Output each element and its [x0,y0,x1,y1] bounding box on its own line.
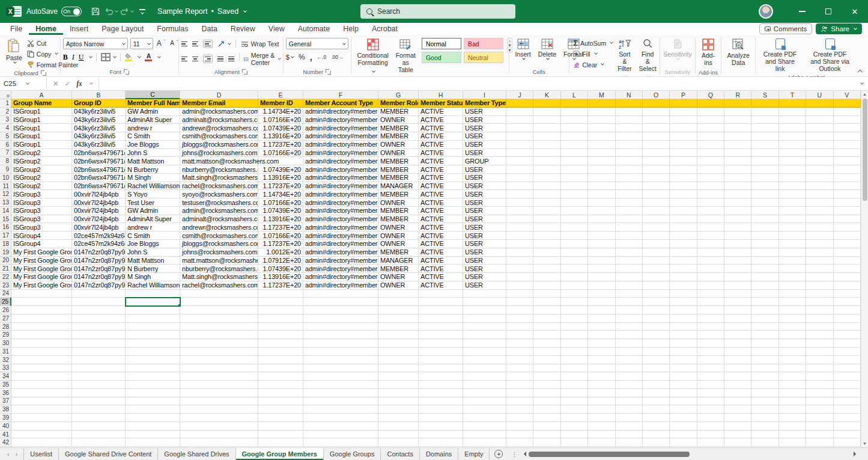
cell-A40[interactable] [11,422,72,431]
cell-O9[interactable] [643,165,670,174]
cell-C37[interactable] [126,397,180,406]
fill-button[interactable]: Fill [572,49,614,59]
cell-D12[interactable]: syoyo@rocksmashers.com [180,190,258,198]
row-header-12[interactable]: 12 [0,190,11,198]
cell-T18[interactable] [779,240,806,248]
row-header-36[interactable]: 36 [0,389,11,397]
cell-M13[interactable] [588,198,615,207]
cell-U10[interactable] [806,174,833,182]
cell-M25[interactable] [588,298,615,306]
cell-M15[interactable] [588,215,615,224]
cell-U29[interactable] [806,331,833,339]
cell-B13[interactable]: 00xvir7l24jb4pb [72,198,126,207]
cell-E3[interactable]: 1.07166E+20 [258,116,303,124]
cell-H25[interactable] [419,298,463,306]
cell-O8[interactable] [643,157,670,165]
cell-O12[interactable] [643,190,670,198]
cell-I17[interactable]: USER [463,232,506,240]
cell-R11[interactable] [724,182,751,191]
cell-K19[interactable] [533,248,560,257]
cell-J26[interactable] [506,306,533,314]
cell-S28[interactable] [751,323,778,331]
cell-Q24[interactable] [697,290,724,298]
sheet-tab-domains[interactable]: Domains [420,448,458,460]
cell-D39[interactable] [180,414,258,422]
cell-P25[interactable] [670,298,697,306]
column-header-N[interactable]: N [616,91,643,99]
cell-U2[interactable] [806,108,833,116]
cell-H10[interactable]: ACTIVE [419,174,463,182]
cell-T25[interactable] [779,298,806,306]
cell-L26[interactable] [561,306,588,314]
cell-I2[interactable]: USER [463,108,506,116]
cell-D28[interactable] [180,323,258,331]
cell-J22[interactable] [506,273,533,281]
ribbon-tab-review[interactable]: Review [224,23,262,35]
cell-S34[interactable] [751,372,778,381]
cell-M36[interactable] [588,389,615,397]
ribbon-tab-formulas[interactable]: Formulas [150,23,195,35]
cell-G10[interactable]: MEMBER [378,174,419,182]
cell-O42[interactable] [643,438,670,447]
cell-H14[interactable]: ACTIVE [419,207,463,215]
cell-M28[interactable] [588,323,615,331]
cell-Q33[interactable] [697,364,724,373]
cell-C25[interactable] [126,298,180,306]
cell-D3[interactable]: adminalt@rocksmashers.com [180,116,258,124]
cell-D14[interactable]: admin@rocksmashers.com [180,207,258,215]
cell-A29[interactable] [11,331,72,339]
cell-Q3[interactable] [697,116,724,124]
cell-F8[interactable]: admin#directory#member [303,157,378,165]
cell-A19[interactable]: My First Google Group [11,248,72,257]
sheet-tab-userlist[interactable]: Userlist [23,448,59,460]
cell-K7[interactable] [533,149,560,158]
cell-S35[interactable] [751,381,778,389]
cell-P1[interactable] [670,99,697,108]
cell-style-neutral[interactable]: Neutral [464,52,503,63]
cell-M3[interactable] [588,116,615,124]
cell-R29[interactable] [724,331,751,339]
cell-R33[interactable] [724,364,751,373]
cell-L16[interactable] [561,223,588,232]
cell-B26[interactable] [72,306,126,314]
select-all-corner[interactable] [0,91,11,99]
cell-I10[interactable]: USER [463,174,506,182]
cell-Q9[interactable] [697,165,724,174]
cell-A10[interactable]: ISGroup2 [11,174,72,182]
cell-E37[interactable] [258,397,303,406]
cell-M2[interactable] [588,108,615,116]
cell-L27[interactable] [561,314,588,323]
align-middle-button[interactable] [192,41,198,46]
column-header-A[interactable]: A [11,91,72,99]
column-header-D[interactable]: D [180,91,258,99]
clipboard-dialog-launcher[interactable] [41,70,46,76]
cell-P16[interactable] [670,223,697,232]
cell-O10[interactable] [643,174,670,182]
autosave-toggle[interactable]: AutoSave On [26,7,82,16]
cell-K15[interactable] [533,215,560,224]
cell-U11[interactable] [806,182,833,191]
cell-M14[interactable] [588,207,615,215]
cell-J37[interactable] [506,397,533,406]
row-header-1[interactable]: 1 [0,99,11,108]
cell-Q20[interactable] [697,257,724,265]
cell-F11[interactable]: admin#directory#member [303,182,378,191]
cell-K35[interactable] [533,381,560,389]
cell-T42[interactable] [779,438,806,447]
row-header-16[interactable]: 16 [0,223,11,232]
cell-N28[interactable] [616,323,643,331]
cell-N2[interactable] [616,108,643,116]
cell-J31[interactable] [506,348,533,356]
cell-S31[interactable] [751,348,778,356]
cell-Q5[interactable] [697,132,724,141]
cell-G33[interactable] [378,364,419,373]
cell-V16[interactable] [834,223,861,232]
cell-Q21[interactable] [697,265,724,273]
cell-N33[interactable] [616,364,643,373]
cell-A32[interactable] [11,356,72,364]
cell-R40[interactable] [724,422,751,431]
cell-M24[interactable] [588,290,615,298]
cell-D35[interactable] [180,381,258,389]
cell-R27[interactable] [724,314,751,323]
cell-P3[interactable] [670,116,697,124]
